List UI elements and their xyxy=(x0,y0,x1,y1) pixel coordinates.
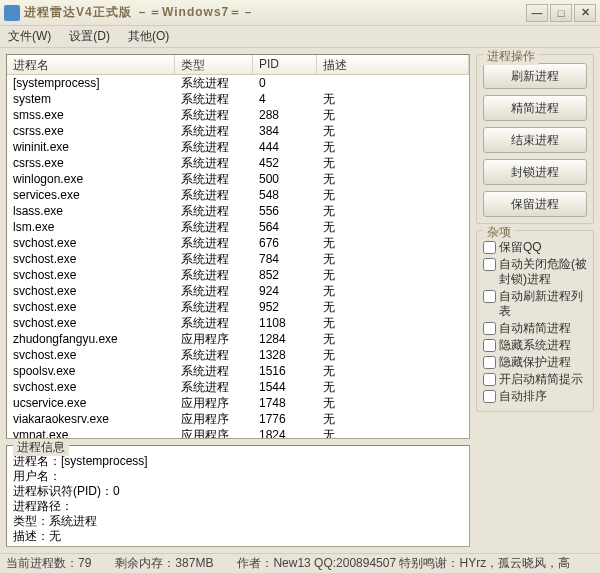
table-row[interactable]: svchost.exe系统进程852无 xyxy=(7,267,469,283)
info-desc-label: 描述： xyxy=(13,529,49,543)
table-row[interactable]: zhudongfangyu.exe应用程序1284无 xyxy=(7,331,469,347)
info-legend: 进程信息 xyxy=(13,439,69,456)
table-row[interactable]: svchost.exe系统进程676无 xyxy=(7,235,469,251)
table-row[interactable]: winlogon.exe系统进程500无 xyxy=(7,171,469,187)
info-type-value: 系统进程 xyxy=(49,514,97,528)
table-row[interactable]: smss.exe系统进程288无 xyxy=(7,107,469,123)
table-row[interactable]: wininit.exe系统进程444无 xyxy=(7,139,469,155)
table-row[interactable]: csrss.exe系统进程384无 xyxy=(7,123,469,139)
col-desc[interactable]: 描述 xyxy=(317,55,469,74)
close-button[interactable]: ✕ xyxy=(574,4,596,22)
status-bar: 当前进程数：79 剩余内存：387MB 作者：New13 QQ:20089450… xyxy=(0,553,600,573)
chk-auto-refresh[interactable]: 自动刷新进程列表 xyxy=(483,288,587,320)
menu-file[interactable]: 文件(W) xyxy=(8,28,51,45)
keep-button[interactable]: 保留进程 xyxy=(483,191,587,217)
table-row[interactable]: csrss.exe系统进程452无 xyxy=(7,155,469,171)
lock-button[interactable]: 封锁进程 xyxy=(483,159,587,185)
info-user-label: 用户名： xyxy=(13,469,61,483)
table-row[interactable]: system系统进程4无 xyxy=(7,91,469,107)
status-memory: 剩余内存：387MB xyxy=(115,555,213,572)
col-type[interactable]: 类型 xyxy=(175,55,253,74)
ops-legend: 进程操作 xyxy=(483,48,539,65)
info-type-label: 类型： xyxy=(13,514,49,528)
misc-panel: 杂项 保留QQ 自动关闭危险(被封锁)进程 自动刷新进程列表 自动精简进程 隐藏… xyxy=(476,230,594,412)
chk-auto-sort[interactable]: 自动排序 xyxy=(483,388,587,405)
table-row[interactable]: svchost.exe系统进程952无 xyxy=(7,299,469,315)
info-desc-value: 无 xyxy=(49,529,61,543)
table-row[interactable]: services.exe系统进程548无 xyxy=(7,187,469,203)
table-row[interactable]: svchost.exe系统进程784无 xyxy=(7,251,469,267)
app-icon xyxy=(4,5,20,21)
chk-hide-system[interactable]: 隐藏系统进程 xyxy=(483,337,587,354)
info-name-label: 进程名： xyxy=(13,454,61,468)
titlebar: 进程雷达V4正式版 －＝Windows7＝－ — □ ✕ xyxy=(0,0,600,26)
info-name-value: [systemprocess] xyxy=(61,454,148,468)
menu-other[interactable]: 其他(O) xyxy=(128,28,169,45)
info-pid-value: 0 xyxy=(113,484,120,498)
table-row[interactable]: ucservice.exe应用程序1748无 xyxy=(7,395,469,411)
chk-keep-qq[interactable]: 保留QQ xyxy=(483,239,587,256)
menubar: 文件(W) 设置(D) 其他(O) xyxy=(0,26,600,48)
table-row[interactable]: spoolsv.exe系统进程1516无 xyxy=(7,363,469,379)
operations-panel: 进程操作 刷新进程 精简进程 结束进程 封锁进程 保留进程 xyxy=(476,54,594,224)
table-row[interactable]: [systemprocess]系统进程0 xyxy=(7,75,469,91)
table-row[interactable]: lsm.exe系统进程564无 xyxy=(7,219,469,235)
process-info-panel: 进程信息 进程名：[systemprocess] 用户名： 进程标识符(PID)… xyxy=(6,445,470,547)
list-header: 进程名 类型 PID 描述 xyxy=(7,55,469,75)
table-row[interactable]: lsass.exe系统进程556无 xyxy=(7,203,469,219)
minimize-button[interactable]: — xyxy=(526,4,548,22)
chk-auto-close-danger[interactable]: 自动关闭危险(被封锁)进程 xyxy=(483,256,587,288)
status-author: 作者：New13 QQ:200894507 特别鸣谢：HYrz，孤云晓风，高 xyxy=(237,555,594,572)
end-button[interactable]: 结束进程 xyxy=(483,127,587,153)
window-title: 进程雷达V4正式版 －＝Windows7＝－ xyxy=(24,4,526,21)
simplify-button[interactable]: 精简进程 xyxy=(483,95,587,121)
table-row[interactable]: svchost.exe系统进程1544无 xyxy=(7,379,469,395)
col-name[interactable]: 进程名 xyxy=(7,55,175,74)
maximize-button[interactable]: □ xyxy=(550,4,572,22)
table-row[interactable]: svchost.exe系统进程924无 xyxy=(7,283,469,299)
refresh-button[interactable]: 刷新进程 xyxy=(483,63,587,89)
chk-hide-protected[interactable]: 隐藏保护进程 xyxy=(483,354,587,371)
process-list[interactable]: 进程名 类型 PID 描述 [systemprocess]系统进程0system… xyxy=(6,54,470,439)
misc-legend: 杂项 xyxy=(483,224,515,241)
chk-auto-simplify[interactable]: 自动精简进程 xyxy=(483,320,587,337)
table-row[interactable]: svchost.exe系统进程1108无 xyxy=(7,315,469,331)
status-count: 当前进程数：79 xyxy=(6,555,91,572)
menu-settings[interactable]: 设置(D) xyxy=(69,28,110,45)
info-path-label: 进程路径： xyxy=(13,499,73,513)
chk-enable-hint[interactable]: 开启动精简提示 xyxy=(483,371,587,388)
table-row[interactable]: svchost.exe系统进程1328无 xyxy=(7,347,469,363)
table-row[interactable]: vmnat.exe应用程序1824无 xyxy=(7,427,469,438)
info-pid-label: 进程标识符(PID)： xyxy=(13,484,113,498)
col-pid[interactable]: PID xyxy=(253,55,317,74)
table-row[interactable]: viakaraokesrv.exe应用程序1776无 xyxy=(7,411,469,427)
